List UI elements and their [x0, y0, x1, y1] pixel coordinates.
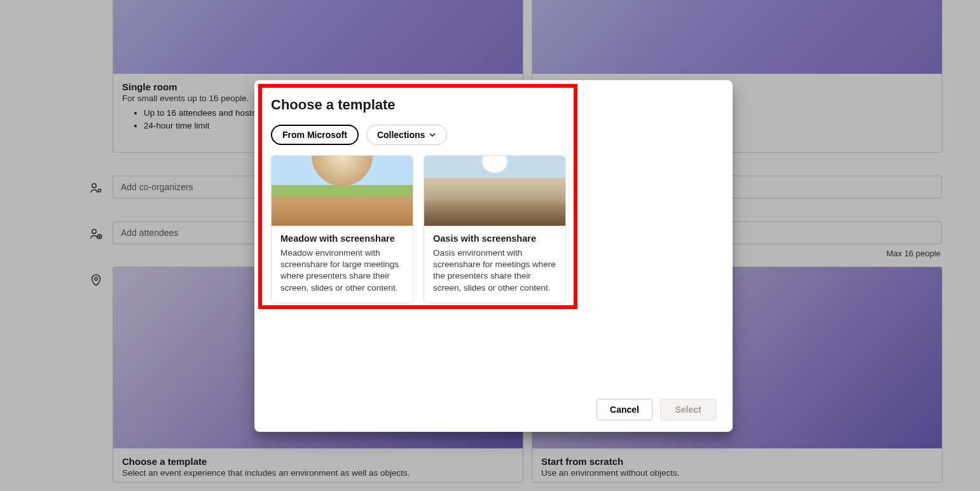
- select-button: Select: [660, 399, 716, 420]
- template-list: Meadow with screenshare Meadow environme…: [271, 155, 716, 303]
- modal-footer: Cancel Select: [271, 399, 716, 420]
- template-card-meadow[interactable]: Meadow with screenshare Meadow environme…: [271, 155, 413, 303]
- template-description: Meadow environment with screenshare for …: [280, 247, 404, 294]
- template-description: Oasis environment with screenshare for m…: [433, 247, 556, 294]
- template-title: Oasis with screenshare: [433, 233, 556, 244]
- template-thumbnail: [272, 156, 413, 226]
- chevron-down-icon: [429, 131, 436, 139]
- cancel-button[interactable]: Cancel: [597, 399, 652, 420]
- template-title: Meadow with screenshare: [280, 233, 404, 244]
- tab-label: Collections: [377, 130, 425, 140]
- modal-heading: Choose a template: [271, 97, 716, 113]
- tab-from-microsoft[interactable]: From Microsoft: [271, 125, 359, 145]
- template-card-oasis[interactable]: Oasis with screenshare Oasis environment…: [424, 155, 566, 303]
- template-thumbnail: [424, 156, 565, 226]
- tab-collections[interactable]: Collections: [366, 125, 447, 145]
- template-source-tabs: From Microsoft Collections: [271, 125, 716, 145]
- choose-template-modal: Choose a template From Microsoft Collect…: [254, 80, 733, 432]
